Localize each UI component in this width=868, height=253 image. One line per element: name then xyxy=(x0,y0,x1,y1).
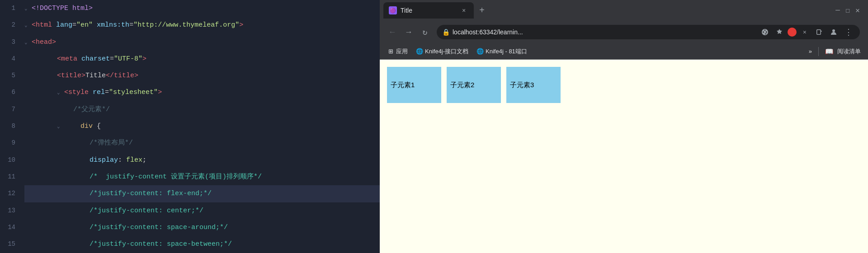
bookmark-knife4j-api-label: Knife4j-接口文档 xyxy=(425,47,468,56)
forward-button[interactable]: → xyxy=(401,25,416,39)
extension-icon-red[interactable] xyxy=(788,28,797,37)
refresh-icon: ↻ xyxy=(423,27,428,37)
maximize-button[interactable]: ☐ xyxy=(844,7,851,14)
bookmark-apps-label: 应用 xyxy=(396,47,408,56)
close-icon: × xyxy=(462,7,466,14)
line-num-13: 13 xyxy=(0,202,15,219)
code-line-5: <title>Title</title> xyxy=(24,67,380,84)
line-num-2: 2 xyxy=(0,17,15,33)
refresh-button[interactable]: ↻ xyxy=(418,25,432,39)
flex-child-3: 子元素3 xyxy=(506,67,561,103)
page-content: 子元素1 子元素2 子元素3 xyxy=(380,60,868,253)
apps-icon: ⊞ xyxy=(387,48,394,55)
window-controls: — ☐ ✕ xyxy=(835,7,864,14)
code-line-4: <meta charset="UTF-8"> xyxy=(24,51,380,67)
bookmarks-more-button[interactable]: » xyxy=(805,46,816,56)
line-numbers: 1 2 3 4 5 6 7 8 9 10 11 12 13 14 15 xyxy=(0,0,21,253)
bookmarks-right: » 📖 阅读清单 xyxy=(805,46,864,57)
add-tab-icon: + xyxy=(479,5,485,16)
code-editor: 1 2 3 4 5 6 7 8 9 10 11 12 13 14 15 ⌄<!D… xyxy=(0,0,380,253)
code-area[interactable]: ⌄<!DOCTYPE html> ⌄<html lang="en" xmlns:… xyxy=(21,0,380,253)
line-num-14: 14 xyxy=(0,219,15,236)
flex-child-1-label: 子元素1 xyxy=(391,81,415,89)
flex-child-2-label: 子元素2 xyxy=(450,81,474,89)
line-num-8: 8 xyxy=(0,118,15,135)
bookmark-knife4j-81[interactable]: 🌐 Knife4j - 81端口 xyxy=(473,46,531,57)
flex-child-3-label: 子元素3 xyxy=(510,81,534,89)
bookmarks-bar: ⊞ 应用 🌐 Knife4j-接口文档 🌐 Knife4j - 81端口 » 📖… xyxy=(380,43,868,60)
maximize-icon: ☐ xyxy=(845,6,850,15)
forward-icon: → xyxy=(406,28,411,37)
bookmarks-more-icon: » xyxy=(809,48,812,55)
code-line-8: ⌄ div { xyxy=(24,118,380,135)
code-line-11: /* justify-content 设置子元素(项目)排列顺序*/ xyxy=(24,169,380,185)
svg-point-0 xyxy=(832,29,835,32)
flex-child-1: 子元素1 xyxy=(387,67,441,103)
back-icon: ← xyxy=(390,28,395,37)
line-num-3: 3 xyxy=(0,34,15,51)
knife4j-api-icon: 🌐 xyxy=(416,48,423,55)
line-num-15: 15 xyxy=(0,236,15,253)
browser-panel: 🟣 Title × + — ☐ ✕ ← → xyxy=(380,0,868,253)
code-line-3: ⌄<head> xyxy=(24,34,380,51)
line-num-4: 4 xyxy=(0,51,15,67)
line-num-6: 6 xyxy=(0,84,15,101)
code-line-10: display: flex; xyxy=(24,152,380,169)
address-bar: ← → ↻ 🔒 localhost:63342/learnin... xyxy=(380,21,868,43)
bookmark-knife4j-81-label: Knife4j - 81端口 xyxy=(486,47,527,56)
line-num-10: 10 xyxy=(0,152,15,169)
code-line-9: /*弹性布局*/ xyxy=(24,135,380,151)
reading-list-icon: 📖 xyxy=(825,47,834,56)
translate-icon[interactable] xyxy=(759,26,771,38)
code-line-7: /*父元素*/ xyxy=(24,101,380,118)
code-line-15: /*justify-content: space-between;*/ xyxy=(24,236,380,253)
menu-button[interactable]: ⋮ xyxy=(842,26,854,38)
lock-icon: 🔒 xyxy=(442,28,450,36)
code-line-12: /*justify-content: flex-end;*/ xyxy=(24,185,380,202)
line-num-1: 1 xyxy=(0,0,15,17)
code-line-14: /*justify-content: space-around;*/ xyxy=(24,219,380,236)
line-num-5: 5 xyxy=(0,67,15,84)
extensions-button[interactable] xyxy=(813,26,826,38)
minimize-icon: — xyxy=(835,6,840,14)
address-text: localhost:63342/learnin... xyxy=(453,28,523,36)
tab-favicon: 🟣 xyxy=(389,6,397,14)
new-tab-button[interactable]: + xyxy=(476,4,488,17)
code-line-6: ⌄<style rel="stylesheet"> xyxy=(24,84,380,101)
address-input-wrap[interactable]: 🔒 localhost:63342/learnin... ✕ xyxy=(437,25,860,39)
bookmark-knife4j-api[interactable]: 🌐 Knife4j-接口文档 xyxy=(412,46,472,57)
tab-bar: 🟣 Title × + — ☐ ✕ xyxy=(380,0,868,21)
line-num-7: 7 xyxy=(0,101,15,118)
address-icons: ✕ ⋮ xyxy=(759,26,854,38)
browser-tab[interactable]: 🟣 Title × xyxy=(383,2,474,19)
extension-x-button[interactable]: ✕ xyxy=(798,26,811,38)
profile-icon[interactable] xyxy=(827,26,840,38)
tab-close-button[interactable]: × xyxy=(459,6,468,15)
line-num-11: 11 xyxy=(0,169,15,185)
line-num-9: 9 xyxy=(0,135,15,151)
code-line-13: /*justify-content: center;*/ xyxy=(24,202,380,219)
back-button[interactable]: ← xyxy=(385,25,400,39)
reading-list-label: 阅读清单 xyxy=(837,47,861,56)
code-line-1: ⌄<!DOCTYPE html> xyxy=(24,0,380,17)
tab-title: Title xyxy=(401,7,456,14)
code-line-2: ⌄<html lang="en" xmlns:th="http://www.th… xyxy=(24,17,380,33)
minimize-button[interactable]: — xyxy=(835,7,841,14)
bookmark-apps[interactable]: ⊞ 应用 xyxy=(383,46,411,57)
star-icon[interactable] xyxy=(773,26,786,38)
line-num-12: 12 xyxy=(0,185,15,202)
reading-list-button[interactable]: 📖 阅读清单 xyxy=(821,46,864,57)
close-window-icon: ✕ xyxy=(855,6,860,15)
divider xyxy=(818,47,819,56)
flex-child-2: 子元素2 xyxy=(447,67,501,103)
close-window-button[interactable]: ✕ xyxy=(854,7,861,14)
knife4j-81-icon: 🌐 xyxy=(476,48,484,55)
